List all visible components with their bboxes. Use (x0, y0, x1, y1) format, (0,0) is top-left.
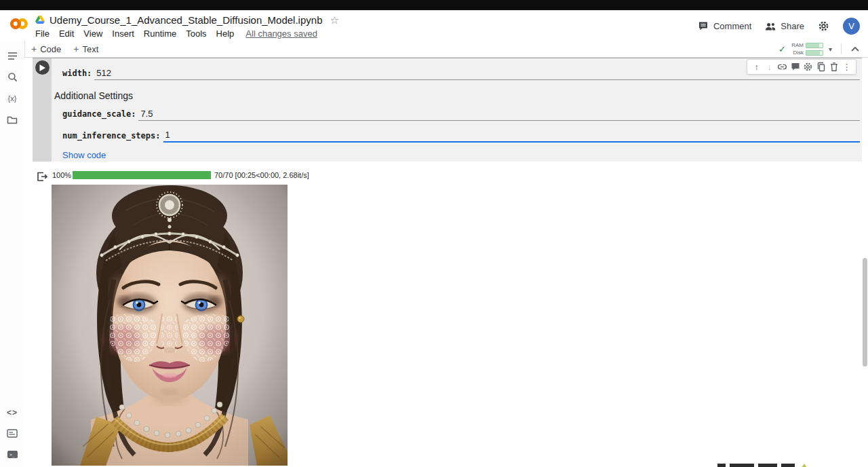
share-button[interactable]: Share (765, 21, 804, 31)
add-text-button[interactable]: + Text (73, 43, 98, 54)
show-code-link[interactable]: Show code (62, 150, 106, 160)
terminal-prompt-glyph: >_ (9, 452, 15, 457)
guidance-scale-field-label: guidance_scale: (62, 109, 136, 121)
form-field-width: width: (62, 67, 860, 80)
menu-item-insert[interactable]: Insert (107, 28, 139, 39)
resources-caret-icon[interactable]: ▾ (829, 45, 832, 53)
menu-item-tools[interactable]: Tools (181, 28, 211, 39)
menu-item-edit[interactable]: Edit (54, 28, 79, 39)
scrollbar (862, 58, 868, 467)
add-code-button[interactable]: + Code (31, 43, 61, 54)
add-comment-icon[interactable] (789, 61, 801, 73)
open-editor-settings-icon[interactable] (802, 61, 814, 73)
clipped-bottom-content (717, 464, 810, 467)
comment-label: Comment (713, 21, 751, 31)
cell-output: 100% 70/70 [00:25<00:00, 2.68it/s] (33, 171, 309, 466)
section-heading: Additional Settings (54, 90, 860, 101)
add-code-label: Code (40, 44, 61, 54)
colab-logo[interactable] (9, 16, 29, 31)
notebook-scroll-area: width: Additional Settings guidance_scal… (24, 58, 868, 467)
share-label: Share (781, 21, 804, 31)
browser-top-strip (0, 0, 868, 10)
collapse-chevron-icon[interactable] (850, 46, 860, 52)
scrollbar-thumb[interactable] (863, 258, 867, 367)
gear-icon[interactable] (818, 20, 829, 32)
clipped-arrow-shape (799, 464, 810, 467)
notebook-title[interactable]: Udemy_Course_1_Advanced_Stable_Diffusion… (50, 14, 322, 26)
share-icon (765, 22, 776, 31)
num-inference-steps-field-input[interactable] (163, 130, 863, 141)
disk-usage-bar (806, 50, 823, 56)
search-icon[interactable] (0, 67, 24, 88)
disk-label: Disk (791, 50, 804, 56)
terminal-icon[interactable]: >_ (0, 444, 24, 465)
header: Udemy_Course_1_Advanced_Stable_Diffusion… (0, 10, 868, 41)
star-icon[interactable]: ☆ (330, 15, 338, 25)
menu-item-file[interactable]: File (35, 28, 54, 39)
left-sidebar: {x} <> >_ (0, 41, 25, 467)
colab-notebook-app: Udemy_Course_1_Advanced_Stable_Diffusion… (0, 0, 868, 467)
title-block: Udemy_Course_1_Advanced_Stable_Diffusion… (35, 13, 339, 39)
code-cell-form: width: Additional Settings guidance_scal… (33, 58, 862, 162)
form-field-num-inference-steps: num_inference_steps: (62, 130, 860, 143)
drive-file-icon (35, 16, 45, 24)
code-snippets-icon[interactable]: <> (0, 402, 24, 423)
add-text-label: Text (82, 44, 98, 54)
menu-item-runtime[interactable]: Runtime (139, 28, 181, 39)
more-cell-actions-icon[interactable]: ⋮ (841, 61, 852, 73)
menu-item-help[interactable]: Help (212, 28, 239, 39)
move-cell-up-icon[interactable]: ↑ (751, 61, 762, 73)
ram-usage-bar (806, 43, 823, 48)
copy-link-to-cell-icon[interactable] (776, 61, 788, 73)
header-actions: Comment Share V (698, 18, 860, 35)
connected-check-icon: ✓ (778, 44, 786, 54)
output-indicator-icon (37, 172, 48, 182)
generated-portrait-image (52, 185, 288, 466)
progress-stats: 70/70 [00:25<00:00, 2.68it/s] (214, 171, 309, 179)
tqdm-progress: 100% 70/70 [00:25<00:00, 2.68it/s] (52, 171, 309, 179)
command-palette-icon[interactable] (0, 423, 24, 444)
move-cell-down-icon[interactable]: ↓ (764, 61, 775, 73)
form-field-guidance-scale: guidance_scale: (62, 108, 860, 121)
table-of-contents-icon[interactable] (0, 45, 24, 67)
form-body: width: Additional Settings guidance_scal… (52, 58, 862, 162)
delete-cell-icon[interactable] (828, 61, 840, 73)
guidance-scale-field-input[interactable] (138, 109, 862, 120)
avatar[interactable]: V (843, 18, 860, 35)
num-inference-steps-field-label: num_inference_steps: (62, 131, 161, 143)
notebook-toolbar: + Code + Text ✓ RAM Disk ▾ (24, 41, 868, 58)
plus-icon: + (73, 43, 79, 54)
plus-icon: + (31, 43, 37, 54)
comment-icon (698, 21, 709, 31)
menu-item-view[interactable]: View (79, 28, 107, 39)
divider (841, 43, 842, 54)
menu-bar: File Edit View Insert Runtime Tools Help… (35, 28, 339, 39)
progress-bar (73, 171, 211, 179)
variables-icon[interactable]: {x} (0, 88, 24, 109)
comment-button[interactable]: Comment (698, 21, 751, 31)
save-status-link[interactable]: All changes saved (245, 29, 317, 39)
cell-gutter (33, 58, 52, 162)
run-cell-button[interactable] (35, 60, 50, 75)
cell-toolbar: ↑ ↓ (747, 59, 856, 75)
ram-label: RAM (791, 42, 804, 48)
progress-percent: 100% (52, 171, 70, 179)
files-icon[interactable] (0, 109, 24, 130)
copy-cell-icon[interactable] (815, 61, 827, 73)
width-field-label: width: (62, 69, 92, 80)
resource-monitor[interactable]: RAM Disk (791, 42, 823, 56)
